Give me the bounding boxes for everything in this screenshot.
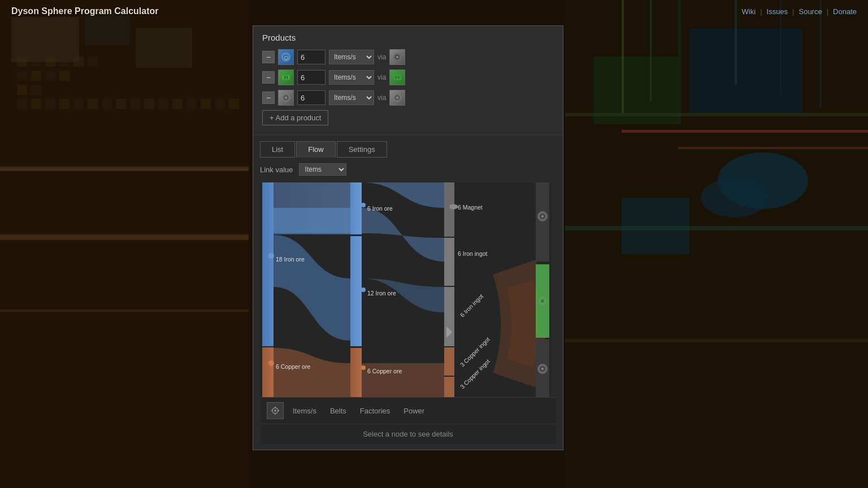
product-2-unit[interactable]: Items/sBeltsFactories — [329, 70, 374, 85]
svg-text:6 Iron ore: 6 Iron ore — [367, 205, 393, 212]
belts-label: Belts — [330, 407, 346, 415]
svg-point-113 — [361, 287, 366, 292]
product-1-unit[interactable]: Items/sBeltsFactories — [329, 50, 374, 64]
donate-link[interactable]: Donate — [833, 7, 857, 16]
select-node-row: Select a node to see details — [260, 424, 556, 444]
product-3-unit[interactable]: Items/sBeltsFactories — [329, 90, 374, 105]
svg-rect-91 — [444, 287, 454, 346]
svg-point-71 — [285, 97, 287, 99]
product-2-icon[interactable] — [278, 69, 294, 85]
svg-text:6 Magnet: 6 Magnet — [458, 204, 483, 211]
link-value-select[interactable]: ItemsBeltsFactories — [299, 163, 346, 176]
svg-text:6 Copper ore: 6 Copper ore — [276, 363, 310, 370]
svg-text:18 Iron ore: 18 Iron ore — [276, 256, 305, 263]
svg-rect-95 — [536, 182, 549, 262]
svg-text:12 Iron ore: 12 Iron ore — [367, 290, 396, 297]
svg-rect-127 — [271, 410, 273, 411]
svg-point-104 — [541, 368, 544, 370]
svg-rect-86 — [350, 182, 362, 234]
svg-rect-93 — [444, 377, 454, 397]
via-label-3: via — [377, 94, 386, 102]
svg-rect-79 — [397, 93, 398, 95]
svg-point-124 — [274, 409, 276, 412]
svg-point-101 — [541, 299, 544, 303]
product-1-icon[interactable]: ⬡ — [278, 49, 294, 65]
issues-link[interactable]: Issues — [767, 7, 788, 16]
svg-rect-87 — [350, 236, 362, 346]
tab-list[interactable]: List — [260, 141, 295, 158]
via-label-1: via — [377, 53, 386, 61]
svg-point-107 — [268, 253, 274, 259]
product-2-via-icon[interactable] — [389, 69, 405, 85]
svg-rect-66 — [393, 75, 401, 80]
remove-product-3-button[interactable]: − — [262, 91, 275, 104]
svg-rect-68 — [398, 76, 400, 79]
svg-rect-90 — [444, 238, 454, 286]
add-product-label: + Add a product — [270, 114, 321, 122]
via-label-2: via — [377, 73, 386, 81]
svg-point-115 — [361, 365, 366, 370]
factories-label: Factories — [360, 407, 390, 415]
svg-rect-74 — [281, 97, 283, 98]
svg-text:⬡: ⬡ — [284, 55, 288, 60]
nav-sep-1: | — [760, 7, 762, 16]
bottom-info-bar: Items/s Belts Factories Power — [260, 397, 556, 424]
svg-point-78 — [396, 97, 398, 99]
svg-rect-80 — [397, 101, 398, 102]
svg-rect-63 — [287, 76, 288, 79]
product-3-qty[interactable] — [297, 90, 326, 105]
svg-rect-62 — [284, 76, 285, 79]
svg-point-111 — [361, 203, 366, 207]
remove-product-2-button[interactable]: − — [262, 71, 275, 84]
wiki-link[interactable]: Wiki — [742, 7, 756, 16]
products-title: Products — [262, 33, 554, 42]
product-2-qty[interactable] — [297, 70, 326, 85]
svg-rect-126 — [275, 413, 276, 415]
remove-product-1-button[interactable]: − — [262, 51, 275, 63]
tab-flow[interactable]: Flow — [296, 141, 335, 158]
svg-rect-84 — [262, 182, 274, 346]
nav-sep-3: | — [827, 7, 828, 16]
svg-rect-85 — [262, 347, 274, 397]
tab-settings[interactable]: Settings — [337, 141, 387, 158]
settings-gear-button[interactable] — [267, 402, 284, 419]
svg-rect-72 — [285, 93, 287, 95]
flow-svg: 18 Iron ore 6 Copper ore 6 Iron ore 12 I… — [260, 182, 552, 397]
select-node-message: Select a node to see details — [260, 428, 556, 441]
power-label: Power — [403, 407, 424, 415]
svg-point-109 — [268, 360, 274, 366]
product-3-icon[interactable] — [278, 90, 294, 106]
items-s-label: Items/s — [293, 407, 316, 415]
flow-diagram[interactable]: 18 Iron ore 6 Copper ore 6 Iron ore 12 I… — [260, 182, 552, 397]
svg-rect-82 — [400, 97, 402, 98]
svg-rect-88 — [350, 348, 362, 397]
link-value-row: Link value ItemsBeltsFactories — [260, 163, 556, 176]
products-section: Products − ⬡ Items/sBeltsFactories via − — [253, 26, 563, 136]
main-panel: Products − ⬡ Items/sBeltsFactories via − — [253, 25, 563, 450]
nav-links: Wiki | Issues | Source | Donate — [742, 7, 857, 16]
svg-point-60 — [396, 56, 398, 58]
link-value-label: Link value — [260, 165, 293, 174]
svg-text:6 Iron ingot: 6 Iron ingot — [458, 250, 488, 257]
app-title: Dyson Sphere Program Calculator — [11, 6, 159, 16]
svg-rect-75 — [289, 97, 290, 98]
svg-rect-67 — [395, 76, 397, 79]
add-product-button[interactable]: + Add a product — [262, 110, 328, 125]
svg-point-99 — [541, 215, 544, 217]
product-row-3: − Items/sBeltsFactories via — [262, 90, 554, 106]
tabs-header: List Flow Settings — [253, 136, 563, 158]
source-link[interactable]: Source — [798, 7, 822, 16]
svg-rect-73 — [285, 101, 287, 102]
product-1-via-icon[interactable] — [389, 49, 405, 65]
svg-rect-125 — [275, 407, 276, 408]
svg-rect-92 — [444, 347, 454, 376]
product-1-qty[interactable] — [297, 50, 326, 64]
flow-tab-content: Link value ItemsBeltsFactories — [253, 158, 563, 450]
svg-rect-128 — [277, 410, 279, 411]
top-bar: Dyson Sphere Program Calculator Wiki | I… — [0, 0, 868, 23]
svg-rect-81 — [393, 97, 394, 98]
svg-text:6 Copper ore: 6 Copper ore — [367, 368, 402, 374]
product-row-1: − ⬡ Items/sBeltsFactories via — [262, 49, 554, 65]
product-3-via-icon[interactable] — [389, 90, 405, 106]
nav-sep-2: | — [792, 7, 794, 16]
